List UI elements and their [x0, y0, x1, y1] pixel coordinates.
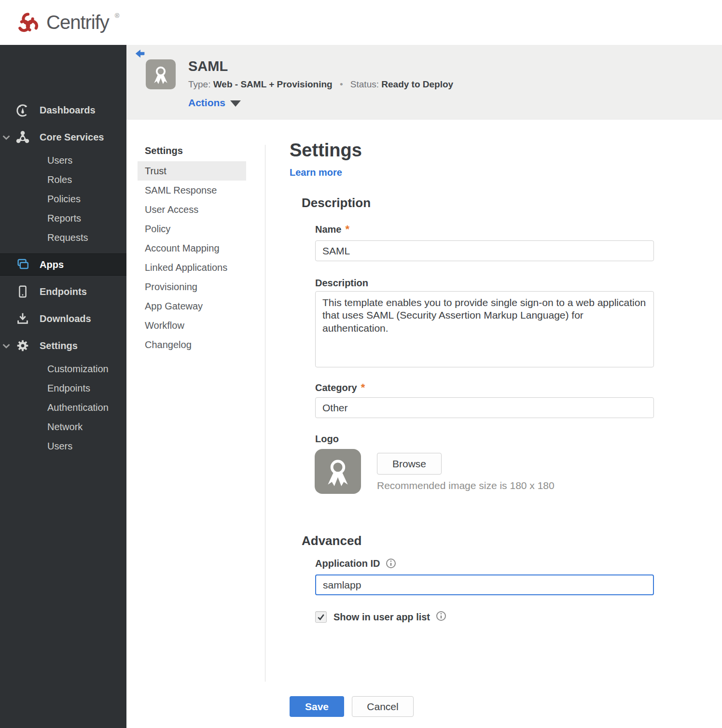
application-id-field[interactable]: [315, 574, 654, 595]
phone-icon: [15, 284, 30, 299]
subnav-item-changelog[interactable]: Changelog: [138, 335, 246, 354]
logo-preview: [315, 449, 361, 494]
description-section-heading: Description: [302, 196, 371, 210]
logo-size-hint: Recommended image size is 180 x 180: [377, 480, 555, 491]
subnav-item-linked-applications[interactable]: Linked Applications: [138, 258, 246, 277]
sidebar-item-settings-endpoints[interactable]: Endpoints: [47, 378, 90, 398]
sidebar-item-downloads[interactable]: Downloads: [0, 308, 126, 330]
category-field[interactable]: [315, 397, 654, 418]
sidebar-item-users[interactable]: Users: [47, 151, 72, 170]
brand-name: Centrify: [46, 12, 109, 33]
apps-icon: [15, 257, 30, 272]
gear-icon: [15, 338, 30, 353]
sidebar-item-customization[interactable]: Customization: [47, 359, 109, 378]
learn-more-link[interactable]: Learn more: [290, 167, 342, 178]
required-asterisk: *: [361, 381, 365, 393]
show-in-app-list-row: Show in user app list: [315, 611, 446, 623]
subnav-item-user-access[interactable]: User Access: [138, 200, 246, 219]
sidebar-item-network[interactable]: Network: [47, 417, 83, 436]
sidebar-item-authentication[interactable]: Authentication: [47, 398, 109, 417]
description-label: Description: [315, 278, 368, 289]
sidebar-item-reports[interactable]: Reports: [47, 209, 81, 228]
caret-down-icon: [230, 100, 241, 107]
form-actions: Save Cancel: [290, 696, 414, 717]
sidebar-item-label: Core Services: [40, 132, 104, 143]
download-icon: [15, 311, 30, 326]
topbar: Centrify ®: [0, 0, 722, 45]
subnav-item-account-mapping[interactable]: Account Mapping: [138, 238, 246, 258]
sidebar-item-core-services[interactable]: Core Services: [0, 126, 126, 148]
page-title: Settings: [290, 140, 362, 161]
actions-menu-button[interactable]: Actions: [188, 97, 241, 109]
centrify-swirl-icon: [14, 8, 42, 38]
sidebar-item-settings-users[interactable]: Users: [47, 436, 72, 456]
page-app-title: SAML: [188, 58, 228, 74]
save-button[interactable]: Save: [290, 696, 344, 717]
cancel-button[interactable]: Cancel: [352, 696, 414, 717]
category-label: Category*: [315, 381, 365, 394]
advanced-section-heading: Advanced: [302, 533, 361, 548]
description-field[interactable]: This template enables you to provide sin…: [315, 291, 654, 367]
type-value: Web - SAML + Provisioning: [213, 79, 333, 89]
sidebar-item-label: Dashboards: [40, 105, 96, 116]
back-arrow-icon[interactable]: [134, 48, 147, 60]
show-in-app-list-label: Show in user app list: [333, 612, 430, 623]
actions-label: Actions: [188, 97, 225, 109]
required-asterisk: *: [345, 223, 349, 235]
chevron-down-icon: [2, 133, 11, 141]
show-in-app-list-checkbox[interactable]: [315, 611, 327, 623]
type-label: Type:: [188, 79, 210, 89]
subnav-header: Settings: [138, 141, 246, 161]
sidebar-item-label: Downloads: [40, 313, 91, 324]
centrify-logo[interactable]: Centrify ®: [14, 8, 119, 38]
sidebar-item-dashboards[interactable]: Dashboards: [0, 99, 126, 121]
main-content: Settings Learn more Description Name* De…: [290, 140, 676, 724]
status-label: Status:: [350, 79, 379, 89]
ribbon-icon: [322, 456, 354, 488]
sidebar-item-endpoints[interactable]: Endpoints: [0, 280, 126, 303]
gauge-icon: [15, 103, 30, 117]
checkmark-icon: [317, 613, 325, 621]
subnav-item-app-gateway[interactable]: App Gateway: [138, 296, 246, 316]
app-meta: Type: Web - SAML + Provisioning • Status…: [188, 79, 453, 90]
status-badge: Ready to Deploy: [381, 79, 453, 89]
app-header: SAML Type: Web - SAML + Provisioning • S…: [126, 45, 722, 120]
sidebar: Dashboards Core Services Users Roles Pol…: [0, 45, 126, 728]
browse-button[interactable]: Browse: [377, 453, 442, 475]
core-services-icon: [15, 130, 30, 144]
registered-mark: ®: [115, 12, 120, 19]
info-icon[interactable]: [436, 611, 446, 623]
sidebar-item-roles[interactable]: Roles: [47, 170, 72, 189]
settings-subnav: Settings Trust SAML Response User Access…: [138, 141, 246, 354]
subnav-item-provisioning[interactable]: Provisioning: [138, 277, 246, 296]
name-label: Name*: [315, 223, 349, 236]
name-field[interactable]: [315, 240, 654, 261]
meta-separator: •: [340, 79, 343, 89]
subnav-item-policy[interactable]: Policy: [138, 219, 246, 238]
sidebar-item-policies[interactable]: Policies: [47, 189, 81, 209]
sidebar-item-settings[interactable]: Settings: [0, 335, 126, 357]
sidebar-item-requests[interactable]: Requests: [47, 228, 88, 247]
info-icon[interactable]: [386, 558, 396, 571]
logo-label: Logo: [315, 434, 339, 445]
sidebar-item-label: Apps: [40, 259, 64, 270]
subnav-item-trust[interactable]: Trust: [138, 161, 246, 181]
sidebar-item-label: Endpoints: [40, 286, 87, 297]
ribbon-icon: [150, 64, 171, 85]
subnav-item-workflow[interactable]: Workflow: [138, 316, 246, 335]
sidebar-item-label: Settings: [40, 340, 78, 351]
sidebar-item-apps[interactable]: Apps: [0, 253, 126, 276]
subnav-item-saml-response[interactable]: SAML Response: [138, 181, 246, 200]
vertical-divider: [265, 145, 265, 682]
app-logo: [146, 59, 176, 89]
application-id-label: Application ID: [315, 558, 396, 571]
chevron-down-icon: [2, 341, 11, 350]
